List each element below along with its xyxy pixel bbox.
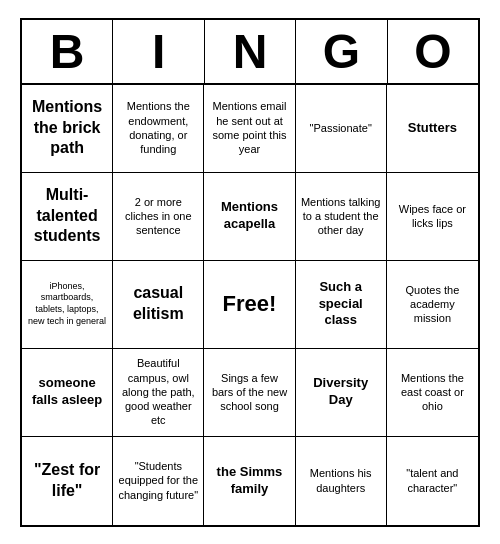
- bingo-cell: Such a special class: [296, 261, 387, 349]
- header-letter: N: [205, 20, 296, 85]
- cell-text: Wipes face or licks lips: [392, 202, 473, 231]
- bingo-cell: Mentions the brick path: [22, 85, 113, 173]
- bingo-cell: "Passionate": [296, 85, 387, 173]
- bingo-card: BINGO Mentions the brick pathMentions th…: [20, 18, 480, 527]
- header-letter: B: [22, 20, 113, 85]
- cell-text: iPhones, smartboards, tablets, laptops, …: [27, 281, 107, 328]
- cell-text: Multi-talented students: [27, 185, 107, 247]
- cell-text: Diversity Day: [301, 375, 381, 409]
- cell-text: Such a special class: [301, 279, 381, 330]
- cell-text: Mentions acapella: [209, 199, 289, 233]
- cell-text: "talent and character": [392, 466, 473, 495]
- cell-text: Mentions the east coast or ohio: [392, 371, 473, 414]
- bingo-cell: Beautiful campus, owl along the path, go…: [113, 349, 204, 437]
- bingo-cell: someone falls asleep: [22, 349, 113, 437]
- cell-text: Mentions his daughters: [301, 466, 381, 495]
- cell-text: Free!: [223, 290, 277, 319]
- bingo-cell: Mentions the east coast or ohio: [387, 349, 478, 437]
- cell-text: Mentions the brick path: [27, 97, 107, 159]
- bingo-header: BINGO: [22, 20, 478, 85]
- cell-text: "Students equipped for the changing futu…: [118, 459, 198, 502]
- cell-text: 2 or more cliches in one sentence: [118, 195, 198, 238]
- bingo-cell: Mentions his daughters: [296, 437, 387, 525]
- bingo-grid: Mentions the brick pathMentions the endo…: [22, 85, 478, 525]
- header-letter: I: [113, 20, 204, 85]
- bingo-cell: "Zest for life": [22, 437, 113, 525]
- bingo-cell: the Simms family: [204, 437, 295, 525]
- bingo-cell: Multi-talented students: [22, 173, 113, 261]
- bingo-cell: Mentions the endowment, donating, or fun…: [113, 85, 204, 173]
- bingo-cell: Stutters: [387, 85, 478, 173]
- cell-text: Stutters: [408, 120, 457, 137]
- bingo-cell: "Students equipped for the changing futu…: [113, 437, 204, 525]
- bingo-cell: Mentions acapella: [204, 173, 295, 261]
- bingo-cell: Mentions email he sent out at some point…: [204, 85, 295, 173]
- bingo-cell: Mentions talking to a student the other …: [296, 173, 387, 261]
- cell-text: "Zest for life": [27, 460, 107, 502]
- cell-text: the Simms family: [209, 464, 289, 498]
- header-letter: O: [388, 20, 478, 85]
- cell-text: Mentions talking to a student the other …: [301, 195, 381, 238]
- bingo-cell: Quotes the academy mission: [387, 261, 478, 349]
- bingo-cell: 2 or more cliches in one sentence: [113, 173, 204, 261]
- cell-text: Sings a few bars of the new school song: [209, 371, 289, 414]
- header-letter: G: [296, 20, 387, 85]
- cell-text: casual elitism: [118, 283, 198, 325]
- bingo-cell: iPhones, smartboards, tablets, laptops, …: [22, 261, 113, 349]
- bingo-cell: casual elitism: [113, 261, 204, 349]
- bingo-cell: Wipes face or licks lips: [387, 173, 478, 261]
- cell-text: Mentions email he sent out at some point…: [209, 99, 289, 156]
- cell-text: Mentions the endowment, donating, or fun…: [118, 99, 198, 156]
- bingo-cell: "talent and character": [387, 437, 478, 525]
- bingo-cell: Diversity Day: [296, 349, 387, 437]
- cell-text: Quotes the academy mission: [392, 283, 473, 326]
- bingo-cell: Sings a few bars of the new school song: [204, 349, 295, 437]
- bingo-cell: Free!: [204, 261, 295, 349]
- cell-text: "Passionate": [310, 121, 372, 135]
- cell-text: Beautiful campus, owl along the path, go…: [118, 356, 198, 427]
- cell-text: someone falls asleep: [27, 375, 107, 409]
